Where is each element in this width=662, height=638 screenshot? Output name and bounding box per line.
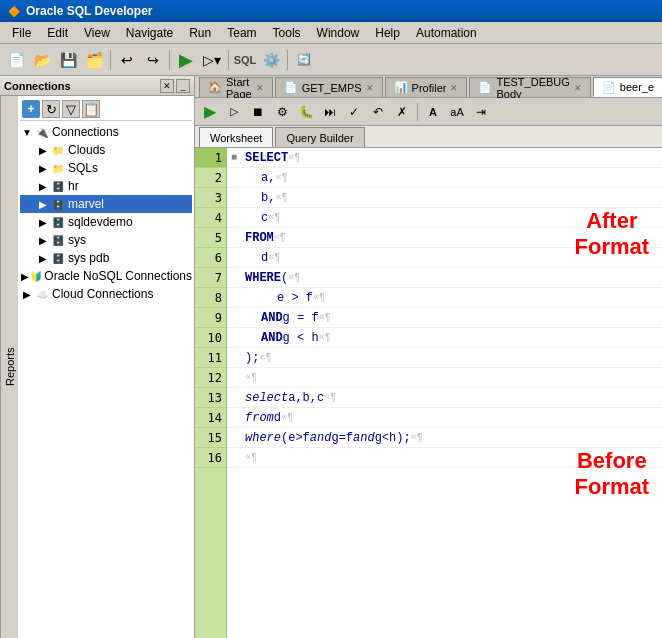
rollback-btn[interactable]: ↶ <box>367 101 389 123</box>
menu-window[interactable]: Window <box>309 24 368 42</box>
sep4 <box>287 50 288 70</box>
upper-btn[interactable]: aA <box>446 101 468 123</box>
commit-btn[interactable]: ✓ <box>343 101 365 123</box>
beer-icon: 📄 <box>602 80 616 94</box>
code-line-10: AND g < h«¶ <box>227 328 662 348</box>
title-bar: 🔶 Oracle SQL Developer <box>0 0 662 22</box>
expand-sqldevdemo-icon[interactable]: ▶ <box>36 215 50 229</box>
refresh-btn[interactable]: ↻ <box>42 100 60 118</box>
format-btn[interactable]: A <box>422 101 444 123</box>
undo-btn[interactable]: ↩ <box>115 48 139 72</box>
connections-folder-icon: 🔌 <box>34 124 50 140</box>
after-format-label: After Format <box>575 208 650 261</box>
cancel-btn[interactable]: ✗ <box>391 101 413 123</box>
expand-sqls-icon[interactable]: ▶ <box>36 161 50 175</box>
new-btn[interactable]: 📄 <box>4 48 28 72</box>
run-script-btn[interactable]: ▷ <box>223 101 245 123</box>
tree-item-sqldevdemo[interactable]: ▶ 🗄️ sqldevdemo <box>20 213 192 231</box>
profiler-close[interactable]: ✕ <box>450 83 458 93</box>
run-btn[interactable]: ▶ <box>199 101 221 123</box>
tree-item-nosql[interactable]: ▶ 🔰 Oracle NoSQL Connections <box>20 267 192 285</box>
code-line-11: );«¶ <box>227 348 662 368</box>
sep1 <box>110 50 111 70</box>
tree-item-sys[interactable]: ▶ 🗄️ sys <box>20 231 192 249</box>
tab-getemps[interactable]: 📄 GET_EMPS ✕ <box>275 77 383 97</box>
open-btn[interactable]: 📂 <box>30 48 54 72</box>
schema-btn[interactable]: 📋 <box>82 100 100 118</box>
sqldevdemo-db-icon: 🗄️ <box>50 214 66 230</box>
tree-item-marvel[interactable]: ▶ 🗄️ marvel <box>20 195 192 213</box>
menu-edit[interactable]: Edit <box>39 24 76 42</box>
tree-item-sqls[interactable]: ▶ 📁 SQLs <box>20 159 192 177</box>
main-container: Connections ✕ _ Reports + ↻ ▽ 📋 <box>0 76 662 638</box>
expand-clouds-icon[interactable]: ▶ <box>36 143 50 157</box>
line-num-8: 8 <box>195 288 226 308</box>
migrate-btn[interactable]: 🔄 <box>292 48 316 72</box>
expand-connections-icon[interactable]: ▼ <box>20 125 34 139</box>
redo-btn[interactable]: ↪ <box>141 48 165 72</box>
menu-file[interactable]: File <box>4 24 39 42</box>
expand-sys-icon[interactable]: ▶ <box>36 233 50 247</box>
tree-item-sys-pdb[interactable]: ▶ 🗄️ sys pdb <box>20 249 192 267</box>
tab-querybuilder[interactable]: Query Builder <box>275 127 364 147</box>
tab-worksheet[interactable]: Worksheet <box>199 127 273 147</box>
tab-beer[interactable]: 📄 beer_e <box>593 77 662 97</box>
menu-help[interactable]: Help <box>367 24 408 42</box>
nav-fwd-btn[interactable]: ▷▾ <box>200 48 224 72</box>
tree-item-connections[interactable]: ▼ 🔌 Connections <box>20 123 192 141</box>
connections-tree: + ↻ ▽ 📋 ▼ 🔌 Connections ▶ 📁 Clouds <box>18 96 194 638</box>
line-num-7: 7 <box>195 268 226 288</box>
nav-back-btn[interactable]: ▶ <box>174 48 198 72</box>
testdebug-close[interactable]: ✕ <box>574 83 582 93</box>
sep2 <box>169 50 170 70</box>
stop-btn[interactable]: ⏹ <box>247 101 269 123</box>
indent-btn[interactable]: ⇥ <box>470 101 492 123</box>
expand-cloud-conn-icon[interactable]: ▶ <box>20 287 34 301</box>
menu-navigate[interactable]: Navigate <box>118 24 181 42</box>
panel-close-btn[interactable]: ✕ <box>160 79 174 93</box>
debug-btn[interactable]: 🐛 <box>295 101 317 123</box>
line-num-15: 15 <box>195 428 226 448</box>
code-line-1: ■ SELECT«¶ <box>227 148 662 168</box>
expand-marvel-icon[interactable]: ▶ <box>36 197 50 211</box>
getemps-close[interactable]: ✕ <box>366 83 374 93</box>
menu-bar: File Edit View Navigate Run Team Tools W… <box>0 22 662 44</box>
tree-item-clouds[interactable]: ▶ 📁 Clouds <box>20 141 192 159</box>
tool1-btn[interactable]: SQL <box>233 48 257 72</box>
line-numbers: 1 2 3 4 5 6 7 8 9 10 11 12 13 14 15 16 <box>195 148 227 638</box>
menu-automation[interactable]: Automation <box>408 24 485 42</box>
menu-tools[interactable]: Tools <box>265 24 309 42</box>
main-toolbar: 📄 📂 💾 🗂️ ↩ ↪ ▶ ▷▾ SQL ⚙️ 🔄 <box>0 44 662 76</box>
expand-nosql-icon[interactable]: ▶ <box>20 269 30 283</box>
menu-view[interactable]: View <box>76 24 118 42</box>
editor-tabs: 🏠 Start Page ✕ 📄 GET_EMPS ✕ 📊 Profiler ✕… <box>195 76 662 98</box>
tab-startpage[interactable]: 🏠 Start Page ✕ <box>199 77 273 97</box>
tree-item-hr[interactable]: ▶ 🗄️ hr <box>20 177 192 195</box>
tab-profiler[interactable]: 📊 Profiler ✕ <box>385 77 468 97</box>
menu-run[interactable]: Run <box>181 24 219 42</box>
menu-team[interactable]: Team <box>219 24 264 42</box>
panel-min-btn[interactable]: _ <box>176 79 190 93</box>
code-line-2: a,«¶ <box>227 168 662 188</box>
run-toolbar: ▶ ▷ ⏹ ⚙ 🐛 ⏭ ✓ ↶ ✗ A aA ⇥ <box>195 98 662 126</box>
save-btn[interactable]: 💾 <box>56 48 80 72</box>
compile-btn[interactable]: ⚙ <box>271 101 293 123</box>
reports-tab[interactable]: Reports <box>0 96 18 638</box>
code-line-3: b,«¶ <box>227 188 662 208</box>
tool2-btn[interactable]: ⚙️ <box>259 48 283 72</box>
save-all-btn[interactable]: 🗂️ <box>82 48 106 72</box>
startpage-close[interactable]: ✕ <box>256 83 264 93</box>
clouds-icon: 📁 <box>50 142 66 158</box>
expand-sys-pdb-icon[interactable]: ▶ <box>36 251 50 265</box>
add-connection-btn[interactable]: + <box>22 100 40 118</box>
cloud-conn-icon: ☁️ <box>34 286 50 302</box>
line-num-2: 2 <box>195 168 226 188</box>
debug-step-btn[interactable]: ⏭ <box>319 101 341 123</box>
filter-btn[interactable]: ▽ <box>62 100 80 118</box>
expand-hr-icon[interactable]: ▶ <box>36 179 50 193</box>
tree-item-cloud-conn[interactable]: ▶ ☁️ Cloud Connections <box>20 285 192 303</box>
tab-testdebug[interactable]: 📄 TEST_DEBUG Body ✕ <box>469 77 590 97</box>
panel-controls: ✕ _ <box>160 79 190 93</box>
line-num-10: 10 <box>195 328 226 348</box>
line-num-11: 11 <box>195 348 226 368</box>
